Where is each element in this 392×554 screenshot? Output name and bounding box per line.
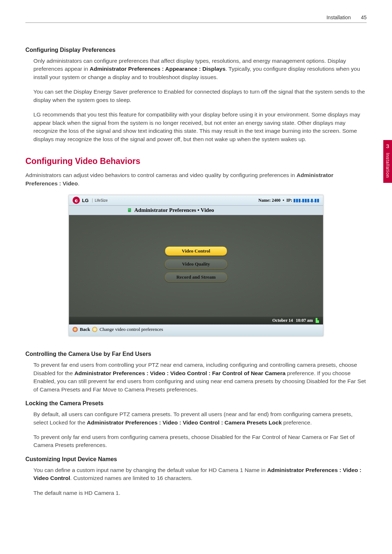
header-page-number: 45	[361, 15, 367, 20]
paragraph: LG recommends that you test this feature…	[33, 111, 367, 143]
subheading-locking-presets: Locking the Camera Presets	[25, 400, 367, 407]
paragraph: You can define a custom input name by ch…	[33, 466, 367, 483]
subheading-input-names: Customizing Input Device Names	[25, 456, 367, 463]
header-rule	[25, 22, 367, 23]
subheading-display-prefs: Configuring Display Preferences	[25, 47, 367, 53]
subheading-far-end: Controlling the Camera Use by Far End Us…	[25, 351, 367, 357]
admin-prefs-screenshot: ◐ LG LifeSize Name: 2400 • IP: ▮▮▮.▮▮▮.▮…	[69, 195, 323, 336]
lifesize-label: LifeSize	[92, 198, 108, 202]
screenshot-breadcrumb: 🖥 Administrator Preferences • Video	[69, 205, 323, 215]
menu-video-control[interactable]: Video Control	[165, 246, 227, 256]
header-section: Installation	[326, 15, 351, 20]
name-ip-readout: Name: 2400 • IP: ▮▮▮.▮▮▮.▮.▮▮	[258, 198, 319, 203]
status-time: 10:07 am	[296, 318, 313, 323]
video-menu: Video Control Video Quality Record and S…	[165, 246, 227, 282]
screenshot-body: Video Control Video Quality Record and S…	[69, 215, 323, 317]
status-date: October 14	[272, 318, 293, 323]
footer-hint: Change video control preferences	[99, 327, 163, 332]
screenshot-footer: Back Change video control preferences	[69, 324, 323, 336]
menu-video-quality[interactable]: Video Quality	[165, 259, 227, 269]
lg-logo: ◐ LG LifeSize	[73, 197, 108, 204]
menu-record-stream[interactable]: Record and Stream	[165, 272, 227, 282]
lg-logo-icon: ◐	[73, 197, 80, 204]
breadcrumb-text: Administrator Preferences • Video	[134, 207, 214, 213]
paragraph: Administrators can adjust video behavior…	[25, 171, 367, 188]
heading-video-behaviors: Configuring Video Behaviors	[25, 156, 367, 166]
screenshot-statusbar: October 14 10:07 am ▙	[69, 317, 323, 324]
network-icon: ▙	[316, 318, 319, 323]
back-icon[interactable]	[73, 327, 78, 332]
paragraph: By default, all users can configure PTZ …	[33, 410, 367, 427]
paragraph: To prevent far end users from controllin…	[33, 361, 367, 394]
page-header: Installation 45	[25, 15, 367, 20]
lg-logo-text: LG	[82, 198, 89, 203]
monitor-icon: 🖥	[127, 208, 132, 213]
back-label[interactable]: Back	[80, 327, 90, 332]
screenshot-topbar: ◐ LG LifeSize Name: 2400 • IP: ▮▮▮.▮▮▮.▮…	[69, 195, 323, 205]
paragraph: To prevent only far end users from confi…	[33, 433, 367, 450]
paragraph: The default name is HD Camera 1.	[33, 489, 367, 497]
paragraph: You can set the Display Energy Saver pre…	[33, 88, 367, 104]
hint-icon	[92, 327, 97, 332]
paragraph: Only administrators can configure prefer…	[33, 57, 367, 81]
